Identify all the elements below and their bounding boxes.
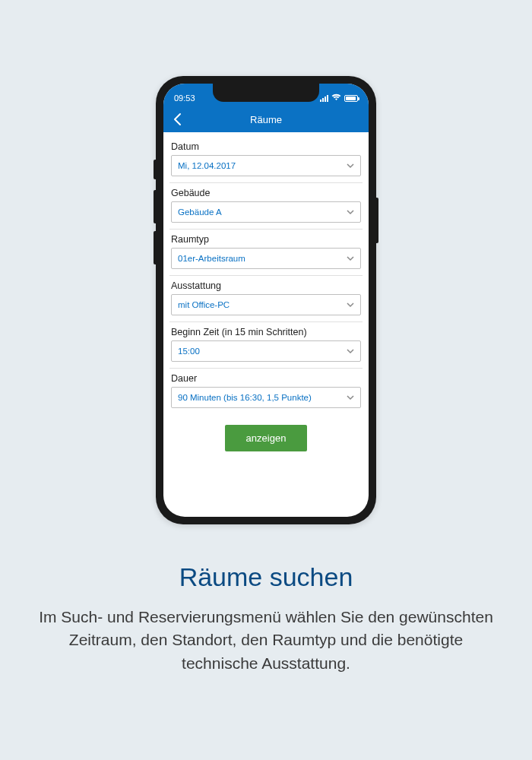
status-time: 09:53: [174, 93, 195, 103]
phone-side-button: [154, 231, 156, 264]
field-building: Gebäude Gebäude A: [169, 183, 363, 230]
field-label: Raumtyp: [171, 234, 361, 245]
field-equipment: Ausstattung mit Office-PC: [169, 276, 363, 322]
wifi-icon: [331, 93, 341, 103]
phone-notch: [213, 84, 319, 102]
start-time-select[interactable]: 15:00: [171, 340, 361, 362]
field-duration: Dauer 90 Minuten (bis 16:30, 1,5 Punkte): [169, 369, 363, 414]
chevron-down-icon: [345, 392, 356, 403]
phone-mockup: 09:53 Räume Datum: [156, 76, 376, 524]
phone-side-button: [376, 198, 378, 243]
show-button[interactable]: anzeigen: [225, 425, 308, 451]
roomtype-select[interactable]: 01er-Arbeitsraum: [171, 248, 361, 269]
field-label: Beginn Zeit (in 15 min Schritten): [171, 327, 361, 337]
chevron-down-icon: [345, 207, 356, 217]
battery-icon: [344, 95, 358, 102]
field-roomtype: Raumtyp 01er-Arbeitsraum: [169, 230, 363, 276]
select-value: 01er-Arbeitsraum: [178, 254, 245, 263]
phone-side-button: [154, 190, 156, 223]
nav-bar: Räume: [163, 106, 369, 132]
duration-select[interactable]: 90 Minuten (bis 16:30, 1,5 Punkte): [171, 387, 361, 408]
select-value: 90 Minuten (bis 16:30, 1,5 Punkte): [178, 393, 312, 402]
field-label: Gebäude: [171, 188, 361, 198]
submit-row: anzeigen: [169, 414, 363, 462]
chevron-down-icon: [345, 160, 356, 171]
phone-side-button: [154, 160, 156, 179]
field-label: Ausstattung: [171, 280, 361, 291]
equipment-select[interactable]: mit Office-PC: [171, 294, 361, 315]
search-form: Datum Mi, 12.04.2017 Gebäude Gebäude A R…: [163, 132, 369, 462]
chevron-down-icon: [345, 346, 356, 356]
select-value: Gebäude A: [178, 207, 222, 217]
field-start-time: Beginn Zeit (in 15 min Schritten) 15:00: [169, 322, 363, 369]
back-button[interactable]: [171, 112, 185, 126]
chevron-down-icon: [345, 299, 356, 310]
caption-body: Im Such- und Reservierungsmenü wählen Si…: [38, 606, 494, 675]
phone-screen: 09:53 Räume Datum: [163, 84, 369, 517]
select-value: Mi, 12.04.2017: [178, 161, 236, 170]
caption-block: Räume suchen Im Such- und Reservierungsm…: [0, 562, 532, 675]
caption-title: Räume suchen: [38, 562, 494, 592]
date-select[interactable]: Mi, 12.04.2017: [171, 155, 361, 176]
status-indicators: [320, 93, 358, 103]
field-label: Dauer: [171, 373, 361, 384]
field-date: Datum Mi, 12.04.2017: [169, 137, 363, 183]
chevron-down-icon: [345, 253, 356, 264]
field-label: Datum: [171, 141, 361, 152]
select-value: mit Office-PC: [178, 300, 230, 309]
nav-title: Räume: [250, 114, 282, 125]
select-value: 15:00: [178, 347, 200, 356]
building-select[interactable]: Gebäude A: [171, 201, 361, 223]
signal-icon: [320, 95, 328, 102]
phone-frame: 09:53 Räume Datum: [156, 76, 376, 524]
